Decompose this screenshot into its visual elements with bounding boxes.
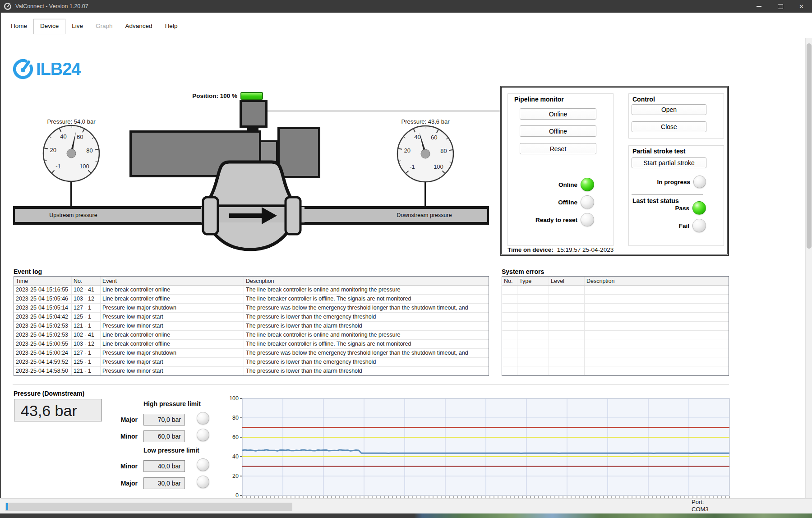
cell: 2023-25-04 15:02:53 (14, 322, 72, 330)
low-major-input[interactable]: 30,0 bar (143, 477, 185, 489)
svg-text:-1: -1 (410, 163, 415, 170)
table-row[interactable]: 2023-25-04 15:02:53102 - 41Line break co… (14, 331, 489, 340)
table-row-empty[interactable] (502, 331, 729, 340)
cell: 2023-25-04 15:16:55 (14, 286, 72, 294)
high-major-label: Major (108, 416, 138, 423)
tab-device[interactable]: Device (33, 19, 65, 34)
table-row[interactable]: 2023-25-04 15:05:14127 - 1Pressure low m… (14, 304, 489, 313)
svg-text:40: 40 (232, 453, 239, 460)
horizontal-scrollbar-thumb[interactable] (6, 503, 8, 510)
table-row-empty[interactable] (502, 304, 729, 313)
cell (502, 313, 517, 321)
column-header-time[interactable]: Time (14, 277, 72, 285)
cell (517, 304, 549, 312)
close-button[interactable]: ✕ (791, 0, 812, 13)
cell (549, 295, 585, 303)
table-row-empty[interactable] (502, 339, 729, 348)
minimize-button[interactable] (748, 0, 770, 13)
table-row[interactable]: 2023-25-04 14:58:50121 - 1Pressure low m… (14, 367, 489, 376)
table-row-empty[interactable] (502, 357, 729, 366)
start-partial-stroke-button[interactable]: Start partial stroke (632, 157, 706, 168)
offline-button[interactable]: Offline (520, 125, 596, 137)
cell (549, 331, 585, 339)
vertical-scrollbar[interactable] (805, 38, 812, 498)
low-minor-input[interactable]: 40,0 bar (143, 460, 185, 472)
menu-tab-bar: HomeDeviceLiveGraphAdvancedHelp (5, 19, 184, 33)
cell: Line break controller offline (101, 340, 244, 348)
tab-advanced[interactable]: Advanced (119, 19, 159, 33)
actuator-top-box (240, 100, 268, 128)
tab-help[interactable]: Help (159, 19, 184, 33)
cell: 2023-25-04 15:02:53 (14, 331, 72, 339)
column-header-event[interactable]: Event (101, 277, 244, 285)
table-row-empty[interactable] (502, 322, 729, 331)
online-led (581, 178, 594, 191)
offline-led-label: Offline (558, 199, 577, 206)
cell: The pressure is lower than the alarm thr… (244, 367, 489, 375)
cell (585, 339, 729, 348)
table-row[interactable]: 2023-25-04 14:59:52125 - 1Pressure low m… (14, 358, 489, 367)
cell: 102 - 41 (72, 286, 101, 294)
open-button[interactable]: Open (632, 104, 706, 115)
svg-text:20: 20 (50, 147, 56, 153)
svg-text:60: 60 (77, 134, 83, 140)
cell: Pressure low minor start (101, 367, 244, 375)
low-pressure-limit-title: Low pressure limit (143, 447, 199, 454)
column-header-level[interactable]: Level (549, 277, 585, 285)
cell (517, 322, 549, 330)
cell (517, 339, 549, 348)
cell: 2023-25-04 15:00:24 (14, 349, 72, 357)
column-header-type[interactable]: Type (517, 277, 549, 285)
tab-live[interactable]: Live (65, 19, 89, 33)
table-row[interactable]: 2023-25-04 15:16:55102 - 41Line break co… (14, 286, 489, 295)
cell: 103 - 12 (72, 340, 101, 348)
table-row-empty[interactable] (502, 295, 729, 304)
cell (585, 357, 729, 366)
table-row-empty[interactable] (502, 348, 729, 357)
port-label: Port: (692, 499, 709, 506)
cell: The line breaker controller is offline. … (244, 340, 489, 348)
table-row[interactable]: 2023-25-04 15:00:55103 - 12Line break co… (14, 340, 489, 349)
cell: Pressure low major shutdown (101, 304, 244, 312)
table-row-empty[interactable] (502, 286, 729, 295)
cell (517, 357, 549, 366)
valve-position-label: Position: 100 % (149, 92, 237, 99)
event-log-table: TimeNo.EventDescription2023-25-04 15:16:… (14, 276, 489, 376)
online-button[interactable]: Online (520, 108, 596, 120)
table-row[interactable]: 2023-25-04 15:02:53121 - 1Pressure low m… (14, 322, 489, 331)
maximize-button[interactable] (770, 0, 791, 13)
cell: The line breaker controller is offline. … (244, 295, 489, 303)
vertical-scrollbar-thumb[interactable] (807, 43, 812, 249)
cell: Pressure low major start (101, 358, 244, 366)
tab-home[interactable]: Home (5, 19, 33, 33)
horizontal-scrollbar[interactable] (5, 503, 292, 511)
cell (549, 348, 585, 357)
column-header-description[interactable]: Description (244, 277, 489, 285)
cell (502, 322, 517, 330)
window-left-border (0, 13, 1, 498)
high-minor-input[interactable]: 60,0 bar (143, 430, 185, 442)
downstream-pressure-gauge: -120406080100 (392, 120, 459, 188)
table-row-empty[interactable] (502, 313, 729, 322)
column-header-no[interactable]: No. (502, 277, 517, 285)
high-major-input[interactable]: 70,0 bar (143, 414, 185, 426)
cell: Line break controller offline (101, 295, 244, 303)
table-row[interactable]: 2023-25-04 15:04:42125 - 1Pressure low m… (14, 313, 489, 322)
cell (585, 366, 729, 375)
reset-button[interactable]: Reset (520, 143, 596, 154)
cell: 2023-25-04 14:58:50 (14, 367, 72, 375)
low-major-led (197, 476, 209, 488)
high-pressure-limit-title: High pressure limit (143, 400, 201, 407)
table-row[interactable]: 2023-25-04 15:00:24127 - 1Pressure low m… (14, 349, 489, 358)
column-header-no[interactable]: No. (72, 277, 101, 285)
tab-graph: Graph (89, 19, 119, 33)
close-valve-button[interactable]: Close (632, 121, 706, 132)
column-header-description[interactable]: Description (585, 277, 729, 285)
offline-led (581, 195, 594, 209)
table-row-empty[interactable] (502, 366, 729, 375)
in-progress-led-label: In progress (657, 179, 690, 185)
cell: Pressure low minor start (101, 322, 244, 330)
cell (517, 331, 549, 339)
table-row[interactable]: 2023-25-04 15:05:46103 - 12Line break co… (14, 295, 489, 304)
svg-text:100: 100 (79, 163, 89, 170)
